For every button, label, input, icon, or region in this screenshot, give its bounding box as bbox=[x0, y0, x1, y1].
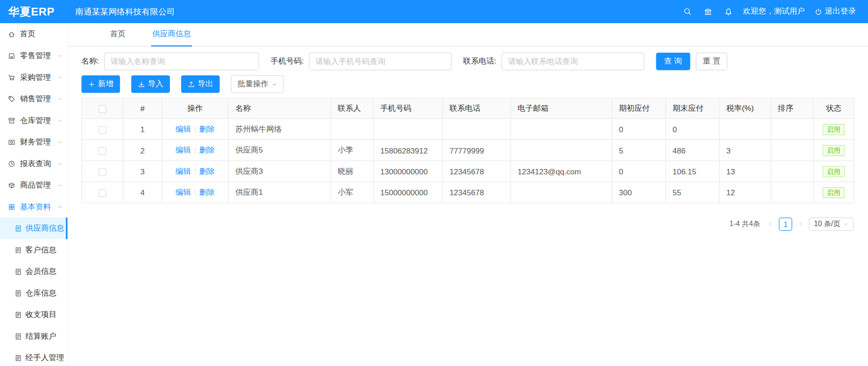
status-badge: 启用 bbox=[823, 166, 845, 177]
sidebar-item-label: 会员信息 bbox=[25, 267, 56, 277]
reset-button[interactable]: 重 置 bbox=[695, 53, 728, 70]
checkbox-cell bbox=[82, 161, 123, 182]
sidebar-item-label: 财务管理 bbox=[20, 137, 51, 147]
checkbox-cell bbox=[82, 119, 123, 139]
sidebar-item-label: 经手人管理 bbox=[25, 353, 64, 363]
sidebar-item-label: 零售管理 bbox=[20, 51, 51, 61]
plus-icon bbox=[88, 80, 95, 88]
main-area: 首页供应商信息 名称: 手机号码: 联系电话: 查 询 重 置 bbox=[68, 23, 868, 366]
pagination: 1-4 共4条 1 10 条/页 bbox=[81, 218, 853, 231]
sidebar-subitem-settlement-account[interactable]: 结算账户 bbox=[0, 326, 68, 347]
cell-email bbox=[511, 182, 612, 203]
welcome-text: 欢迎您，测试用户 bbox=[743, 7, 805, 17]
cell-mobile bbox=[373, 119, 442, 139]
tel-filter-input[interactable] bbox=[501, 53, 644, 70]
box-icon bbox=[8, 181, 15, 189]
page-number[interactable]: 1 bbox=[779, 218, 792, 231]
sidebar-item-basic[interactable]: 基本资料 bbox=[0, 196, 68, 218]
sidebar-item-label: 报表查询 bbox=[20, 158, 51, 168]
export-icon bbox=[188, 80, 195, 88]
tab-home[interactable]: 首页 bbox=[109, 23, 127, 46]
add-button[interactable]: 新增 bbox=[81, 75, 120, 93]
sidebar-item-retail[interactable]: 零售管理 bbox=[0, 45, 68, 67]
tab-supplier[interactable]: 供应商信息 bbox=[151, 23, 192, 46]
sidebar-item-home[interactable]: 首页 bbox=[0, 23, 68, 45]
edit-link[interactable]: 编辑 bbox=[175, 124, 191, 134]
cell-status: 启用 bbox=[813, 182, 854, 203]
sidebar-item-sales[interactable]: 销售管理 bbox=[0, 88, 68, 110]
sidebar-subitem-member[interactable]: 会员信息 bbox=[0, 261, 68, 282]
row-actions: 编辑删除 bbox=[162, 161, 228, 182]
mobile-filter-input[interactable] bbox=[309, 53, 451, 70]
row-checkbox[interactable] bbox=[99, 168, 106, 176]
cell-tax: 12 bbox=[719, 182, 771, 203]
column-header: # bbox=[123, 98, 162, 119]
pagination-total: 1-4 共4条 bbox=[729, 219, 760, 229]
cell-email bbox=[511, 119, 612, 139]
edit-link[interactable]: 编辑 bbox=[175, 145, 191, 154]
edit-link[interactable]: 编辑 bbox=[175, 166, 191, 175]
column-header: 手机号码 bbox=[373, 98, 442, 119]
action-divider bbox=[195, 189, 195, 196]
sidebar-item-report[interactable]: 报表查询 bbox=[0, 153, 68, 174]
cell-end: 0 bbox=[666, 119, 719, 139]
row-checkbox[interactable] bbox=[99, 147, 106, 155]
cell-sort bbox=[771, 140, 813, 161]
delete-link[interactable]: 删除 bbox=[199, 166, 215, 175]
app-logo: 华夏ERP bbox=[0, 4, 68, 19]
select-all-checkbox[interactable] bbox=[99, 105, 106, 113]
sidebar-subitem-warehouse-info[interactable]: 仓库信息 bbox=[0, 282, 68, 304]
table-row: 2编辑删除供应商5小季158062839127777999954863启用 bbox=[82, 140, 854, 161]
delete-link[interactable]: 删除 bbox=[199, 188, 215, 197]
batch-actions-button[interactable]: 批量操作 bbox=[231, 75, 284, 93]
cell-begin: 0 bbox=[612, 161, 665, 182]
page-size-select[interactable]: 10 条/页 bbox=[809, 218, 853, 231]
search-icon[interactable] bbox=[683, 7, 692, 16]
edit-link[interactable]: 编辑 bbox=[175, 188, 191, 197]
shop-icon bbox=[8, 52, 15, 59]
prev-page-button[interactable] bbox=[768, 221, 774, 228]
export-button-label: 导出 bbox=[198, 79, 213, 89]
export-button[interactable]: 导出 bbox=[181, 75, 220, 93]
import-button-label: 导入 bbox=[148, 79, 163, 89]
mobile-filter-label: 手机号码: bbox=[271, 56, 304, 66]
delete-link[interactable]: 删除 bbox=[199, 145, 215, 154]
sidebar-item-label: 结算账户 bbox=[25, 331, 56, 341]
sidebar-item-purchase[interactable]: 采购管理 bbox=[0, 66, 68, 88]
name-filter-label: 名称: bbox=[81, 56, 99, 66]
action-divider bbox=[195, 126, 195, 133]
bank-icon[interactable] bbox=[704, 7, 713, 16]
tabbar: 首页供应商信息 bbox=[68, 23, 868, 46]
row-checkbox[interactable] bbox=[99, 189, 106, 197]
row-index: 3 bbox=[123, 161, 162, 182]
sidebar-item-finance[interactable]: 财务管理 bbox=[0, 131, 68, 153]
logout-button[interactable]: 退出登录 bbox=[814, 7, 856, 17]
sidebar-subitem-handler[interactable]: 经手人管理 bbox=[0, 347, 68, 366]
delete-link[interactable]: 删除 bbox=[199, 124, 215, 134]
sidebar-item-goods[interactable]: 商品管理 bbox=[0, 174, 68, 196]
chevron-down-icon bbox=[58, 153, 63, 174]
toolbar: 新增 导入 导出 批量操作 bbox=[81, 75, 855, 93]
sidebar-subitem-customer[interactable]: 客户信息 bbox=[0, 239, 68, 261]
import-button[interactable]: 导入 bbox=[131, 75, 170, 93]
action-divider bbox=[195, 147, 195, 154]
doc-icon bbox=[15, 246, 22, 254]
company-name: 南通某某网络科技有限公司 bbox=[75, 6, 175, 17]
search-button[interactable]: 查 询 bbox=[656, 53, 690, 70]
sidebar-item-warehouse[interactable]: 仓库管理 bbox=[0, 109, 68, 131]
sidebar-item-label: 客户信息 bbox=[25, 245, 56, 255]
cell-name: 苏州蜗牛网络 bbox=[228, 119, 331, 139]
next-page-button[interactable] bbox=[797, 221, 804, 228]
row-checkbox[interactable] bbox=[99, 126, 106, 134]
column-header: 税率(%) bbox=[719, 98, 771, 119]
checkbox-cell bbox=[82, 182, 123, 203]
cell-end: 55 bbox=[666, 182, 719, 203]
doc-icon bbox=[15, 354, 22, 361]
cell-status: 启用 bbox=[813, 119, 854, 139]
sidebar-subitem-supplier[interactable]: 供应商信息 bbox=[0, 218, 68, 239]
name-filter-input[interactable] bbox=[104, 53, 259, 70]
money-icon bbox=[8, 138, 15, 146]
sidebar-subitem-income-expense[interactable]: 收支项目 bbox=[0, 304, 68, 326]
bell-icon[interactable] bbox=[724, 7, 733, 16]
column-header: 联系电话 bbox=[442, 98, 511, 119]
